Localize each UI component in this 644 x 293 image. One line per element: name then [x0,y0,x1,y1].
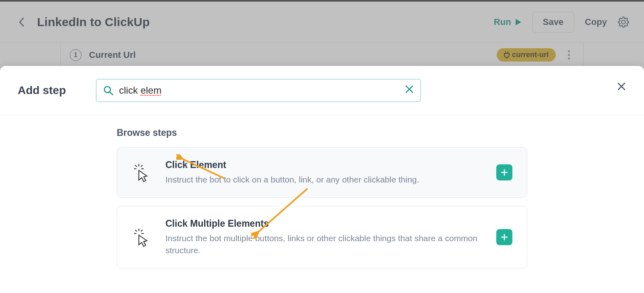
modal-title: Add step [18,84,66,97]
step-option-title: Click Element [165,160,483,170]
clear-search-button[interactable] [405,85,414,96]
svg-line-1 [109,92,113,95]
step-option-description: Instruct the bot multiple buttons, links… [165,232,483,256]
svg-line-4 [135,165,137,167]
plus-icon [501,169,508,176]
add-step-button[interactable] [496,164,512,180]
close-modal-button[interactable] [617,81,626,94]
step-option-description: Instruct the bot to click on a button, l… [165,174,483,185]
add-step-modal: Add step click elem Browse steps [0,66,644,293]
click-icon [132,227,152,247]
step-option-title: Click Multiple Elements [165,218,483,229]
step-option-click-multiple[interactable]: Click Multiple Elements Instruct the bot… [117,206,527,268]
search-input-display[interactable]: click elem [119,85,399,96]
search-field[interactable]: click elem [96,79,421,102]
add-step-button[interactable] [496,229,512,245]
svg-line-5 [141,165,142,167]
svg-line-9 [135,230,137,232]
plus-icon [501,234,508,241]
search-icon [103,85,114,96]
click-icon [132,162,152,182]
close-icon [405,85,414,94]
browse-heading: Browse steps [117,127,527,138]
close-icon [617,82,626,91]
svg-line-10 [141,230,142,232]
browse-steps-section: Browse steps Click Element Instruct the … [0,115,644,268]
step-option-click-element[interactable]: Click Element Instruct the bot to click … [117,147,527,198]
modal-header: Add step click elem [0,66,644,115]
